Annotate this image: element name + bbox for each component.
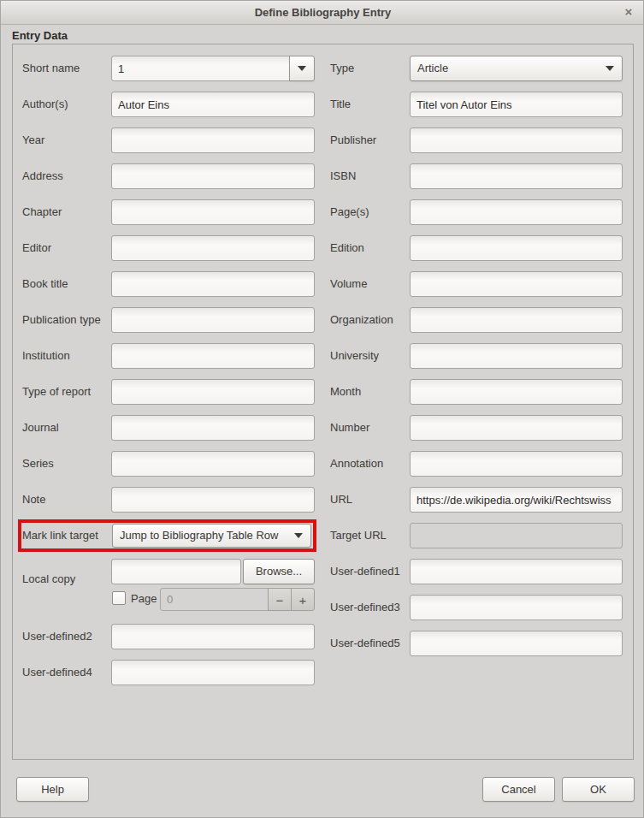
input-user-defined1[interactable] — [410, 559, 623, 584]
label-user-defined5: User-defined5 — [330, 631, 400, 656]
page-decrement-button[interactable]: − — [268, 588, 292, 611]
input-university[interactable] — [410, 343, 623, 369]
input-user-defined3[interactable] — [410, 595, 623, 620]
label-journal: Journal — [22, 415, 59, 441]
label-month: Month — [330, 379, 361, 405]
input-series[interactable] — [111, 451, 315, 477]
page-checkbox[interactable] — [112, 591, 126, 605]
input-chapter[interactable] — [111, 199, 315, 225]
input-isbn[interactable] — [410, 163, 623, 189]
input-book-title[interactable] — [111, 271, 315, 297]
browse-button[interactable]: Browse... — [243, 559, 315, 584]
label-page: Page — [131, 588, 157, 610]
label-user-defined4: User-defined4 — [22, 660, 92, 685]
label-local-copy: Local copy — [22, 572, 75, 586]
dropdown-arrow-icon — [606, 66, 614, 71]
section-title: Entry Data — [12, 29, 68, 42]
short-name-input[interactable] — [111, 56, 290, 81]
label-institution: Institution — [22, 343, 70, 369]
label-editor: Editor — [22, 235, 51, 261]
input-edition[interactable] — [410, 235, 623, 261]
page-spinner-input — [160, 588, 269, 611]
input-year[interactable] — [111, 127, 315, 153]
label-annotation: Annotation — [330, 451, 383, 477]
page-increment-button[interactable]: + — [291, 588, 315, 611]
input-address[interactable] — [111, 163, 315, 189]
label-type: Type — [330, 56, 354, 81]
label-edition: Edition — [330, 235, 364, 261]
label-target-url: Target URL — [330, 523, 387, 548]
label-chapter: Chapter — [22, 199, 62, 225]
label-series: Series — [22, 451, 54, 477]
input-annotation[interactable] — [410, 451, 623, 477]
input-type-of-report[interactable] — [111, 379, 315, 405]
input-editor[interactable] — [111, 235, 315, 261]
label-short-name: Short name — [22, 56, 80, 81]
label-type-of-report: Type of report — [22, 379, 91, 405]
input-user-defined5[interactable] — [410, 631, 623, 656]
cancel-button[interactable]: Cancel — [482, 777, 555, 802]
label-book-title: Book title — [22, 271, 68, 297]
title-bar: Define Bibliography Entry × — [1, 1, 644, 25]
type-dropdown-value: Article — [417, 62, 448, 74]
dropdown-arrow-icon — [294, 533, 303, 538]
label-address: Address — [22, 163, 63, 189]
label-mark-link-target: Mark link target — [22, 523, 98, 548]
label-volume: Volume — [330, 271, 367, 297]
label-organization: Organization — [330, 307, 393, 333]
label-user-defined3: User-defined3 — [330, 595, 400, 620]
window-title: Define Bibliography Entry — [1, 1, 644, 24]
input-volume[interactable] — [410, 271, 623, 297]
label-university: University — [330, 343, 379, 369]
help-button[interactable]: Help — [16, 777, 89, 802]
label-user-defined1: User-defined1 — [330, 559, 400, 584]
plus-icon: + — [299, 593, 307, 608]
dropdown-arrow-icon — [298, 66, 306, 71]
local-copy-input[interactable] — [111, 559, 241, 584]
input-title[interactable] — [410, 92, 623, 117]
input-user-defined2[interactable] — [111, 624, 315, 649]
input-number[interactable] — [410, 415, 623, 441]
label-title: Title — [330, 92, 351, 117]
type-dropdown[interactable]: Article — [410, 56, 623, 81]
label-user-defined2: User-defined2 — [22, 624, 92, 649]
mark-link-target-value: Jump to Bibliography Table Row — [120, 529, 278, 542]
input-institution[interactable] — [111, 343, 315, 369]
ok-button[interactable]: OK — [562, 777, 635, 802]
input-page-s[interactable] — [410, 199, 623, 225]
label-author-s: Author(s) — [22, 92, 68, 117]
input-publisher[interactable] — [410, 127, 623, 153]
label-isbn: ISBN — [330, 163, 356, 189]
target-url-input — [410, 523, 623, 548]
input-journal[interactable] — [111, 415, 315, 441]
mark-link-target-dropdown[interactable]: Jump to Bibliography Table Row — [112, 524, 311, 548]
input-month[interactable] — [410, 379, 623, 405]
close-icon: × — [625, 4, 633, 19]
input-organization[interactable] — [410, 307, 623, 333]
define-bibliography-entry-dialog: { "window": { "title": "Define Bibliogra… — [0, 0, 644, 818]
input-note[interactable] — [111, 487, 315, 513]
label-publication-type: Publication type — [22, 307, 101, 333]
close-button[interactable]: × — [617, 1, 640, 24]
input-author-s[interactable] — [111, 92, 315, 117]
short-name-dropdown-button[interactable] — [289, 56, 315, 81]
label-note: Note — [22, 487, 45, 513]
label-publisher: Publisher — [330, 127, 376, 153]
label-number: Number — [330, 415, 369, 441]
label-url: URL — [330, 487, 352, 513]
minus-icon: − — [276, 593, 284, 608]
input-publication-type[interactable] — [111, 307, 315, 333]
label-year: Year — [22, 127, 44, 153]
input-url[interactable] — [410, 487, 623, 513]
label-page-s: Page(s) — [330, 199, 369, 225]
input-user-defined4[interactable] — [111, 660, 315, 685]
